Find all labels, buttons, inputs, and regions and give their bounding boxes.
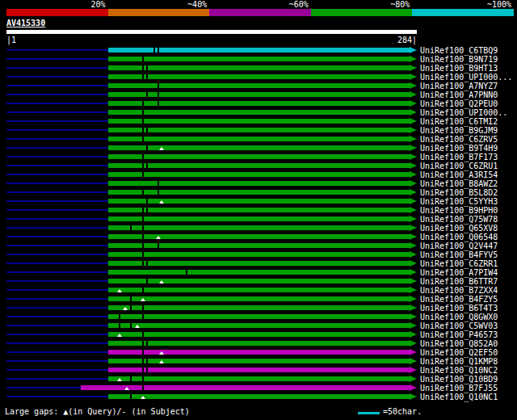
subject-gap-tick (142, 163, 144, 168)
hit-accession-label[interactable]: UniRef100_Q65XV8 (420, 224, 498, 233)
hit-accession-label[interactable]: UniRef100_B6T4T3 (420, 304, 498, 313)
unaligned-query-line (6, 280, 108, 282)
hit-accession-label[interactable]: UniRef100_C6ZRR1 (420, 259, 498, 268)
hit-arrow-icon (410, 376, 417, 382)
alignment-bar[interactable] (108, 208, 410, 212)
alignment-bar[interactable] (108, 252, 410, 257)
hit-arrow-icon (410, 100, 417, 107)
hit-accession-label[interactable]: UniRef100_Q10NC2 (420, 366, 498, 375)
alignment-bar[interactable] (108, 154, 410, 159)
unaligned-query-line (6, 387, 81, 388)
hit-accession-label[interactable]: UniRef100_Q2V447 (420, 242, 498, 250)
hit-accession-label[interactable]: UniRef100_B4FYV5 (420, 250, 498, 259)
hit-accession-label[interactable]: UniRef100_Q2PEU0 (420, 99, 498, 108)
alignment-bar[interactable] (108, 288, 410, 292)
alignment-bar[interactable] (108, 181, 410, 186)
hit-accession-label[interactable]: UniRef100_Q8GWX0 (420, 313, 498, 321)
hit-accession-label[interactable]: UniRef100_Q2EF50 (420, 348, 498, 357)
hit-accession-label[interactable]: UniRef100_B9HT13 (420, 64, 498, 73)
hit-accession-label[interactable]: UniRef100_Q75W78 (420, 215, 498, 224)
hit-accession-label[interactable]: UniRef100_B8AWZ2 (420, 179, 498, 188)
hit-accession-label[interactable]: UniRef100_C6TBQ9 (420, 46, 498, 55)
alignment-bar[interactable] (108, 136, 410, 141)
alignment-bar[interactable] (108, 376, 410, 381)
alignment-bar[interactable] (108, 119, 410, 124)
alignment-bar[interactable] (108, 216, 410, 221)
alignment-bar[interactable] (108, 296, 410, 301)
alignment-bar[interactable] (108, 270, 410, 275)
hit-accession-label[interactable]: UniRef100_Q10NC1 (420, 393, 498, 401)
hit-accession-label[interactable]: UniRef100_UPI000... (420, 73, 512, 82)
alignment-bar[interactable] (108, 234, 410, 239)
alignment-bar[interactable] (108, 145, 410, 150)
alignment-bar[interactable] (108, 92, 410, 97)
hit-accession-label[interactable]: UniRef100_B6TTR7 (420, 277, 498, 286)
hit-accession-label[interactable]: UniRef100_B5L8D2 (420, 188, 498, 197)
alignment-bar[interactable] (108, 163, 410, 168)
alignment-bar[interactable] (108, 65, 410, 70)
hit-accession-label[interactable]: UniRef100_B9N719 (420, 55, 498, 64)
hit-accession-label[interactable]: UniRef100_UPI000.. (420, 108, 507, 117)
alignment-bar[interactable] (108, 110, 410, 115)
hit-accession-label[interactable]: UniRef100_C5YYH3 (420, 197, 498, 206)
subject-gap-tick (146, 163, 148, 168)
hit-accession-label[interactable]: UniRef100_Q06548 (420, 233, 498, 242)
hit-accession-label[interactable]: UniRef100_B4FZY5 (420, 295, 498, 304)
alignment-bar[interactable] (108, 394, 410, 399)
alignment-bar[interactable] (108, 305, 410, 310)
hit-accession-label[interactable]: UniRef100_A7NYZ7 (420, 82, 498, 90)
alignment-row: UniRef100_B4FYV5 (0, 250, 517, 259)
alignment-bar[interactable] (108, 314, 410, 319)
alignment-bar[interactable] (108, 279, 410, 284)
alignment-bar[interactable] (108, 225, 410, 230)
alignment-bar[interactable] (108, 359, 410, 363)
subject-gap-tick (130, 394, 132, 399)
hit-accession-label[interactable]: UniRef100_B7F173 (420, 153, 498, 162)
alignment-bar[interactable] (108, 332, 410, 337)
alignment-bar[interactable] (108, 172, 410, 177)
hit-accession-label[interactable]: UniRef100_B9GJM9 (420, 126, 498, 135)
hit-accession-label[interactable]: UniRef100_Q1KMP8 (420, 357, 498, 366)
hit-arrow-icon (410, 162, 417, 169)
alignment-rows: UniRef100_C6TBQ9UniRef100_B9N719UniRef10… (0, 46, 517, 401)
alignment-bar[interactable] (108, 243, 410, 248)
hit-accession-label[interactable]: UniRef100_C6TMI2 (420, 117, 498, 126)
hit-accession-label[interactable]: UniRef100_Q10BD9 (420, 375, 498, 384)
alignment-bar[interactable] (108, 323, 410, 328)
hit-arrow-icon (410, 145, 417, 151)
alignment-row: UniRef100_Q2EF50 (0, 348, 517, 357)
hit-accession-label[interactable]: UniRef100_A7PNN0 (420, 90, 498, 99)
hit-arrow-icon (410, 322, 417, 329)
subject-gap-tick (142, 101, 144, 106)
alignment-bar[interactable] (108, 199, 410, 204)
alignment-bar[interactable] (108, 261, 410, 266)
alignment-bar[interactable] (81, 385, 410, 390)
hit-accession-label[interactable]: UniRef100_C6ZRU1 (420, 162, 498, 170)
alignment-row: UniRef100_Q8GWX0 (0, 313, 517, 321)
alignment-bar[interactable] (108, 128, 410, 132)
hit-accession-label[interactable]: UniRef100_P46573 (420, 330, 498, 339)
hit-accession-label[interactable]: UniRef100_Q852A0 (420, 339, 498, 348)
hit-arrow-icon (410, 127, 417, 133)
alignment-bar[interactable] (108, 101, 410, 106)
alignment-bar[interactable] (108, 74, 410, 79)
hit-accession-label[interactable]: UniRef100_A7PIW4 (420, 268, 498, 277)
hit-accession-label[interactable]: UniRef100_B9HPH0 (420, 206, 498, 215)
identity-scale-segment (209, 9, 311, 16)
hit-accession-label[interactable]: UniRef100_B7FJ55 (420, 384, 498, 393)
hit-accession-label[interactable]: UniRef100_C5WV03 (420, 321, 498, 330)
query-start-label: |1 (6, 36, 16, 44)
hit-accession-label[interactable]: UniRef100_B7ZXX4 (420, 286, 498, 295)
hit-accession-label[interactable]: UniRef100_A3RI54 (420, 170, 498, 179)
hit-accession-label[interactable]: UniRef100_C6ZRV5 (420, 135, 498, 144)
alignment-row: UniRef100_A3RI54 (0, 170, 517, 179)
alignment-bar[interactable] (108, 57, 410, 61)
unaligned-query-line (6, 227, 108, 229)
alignment-bar[interactable] (108, 368, 410, 372)
alignment-bar[interactable] (108, 341, 410, 346)
hit-arrow-icon (410, 47, 417, 53)
alignment-bar[interactable] (108, 190, 410, 195)
alignment-bar[interactable] (108, 83, 410, 88)
alignment-bar[interactable] (108, 350, 410, 355)
hit-accession-label[interactable]: UniRef100_B9T4H9 (420, 144, 498, 153)
